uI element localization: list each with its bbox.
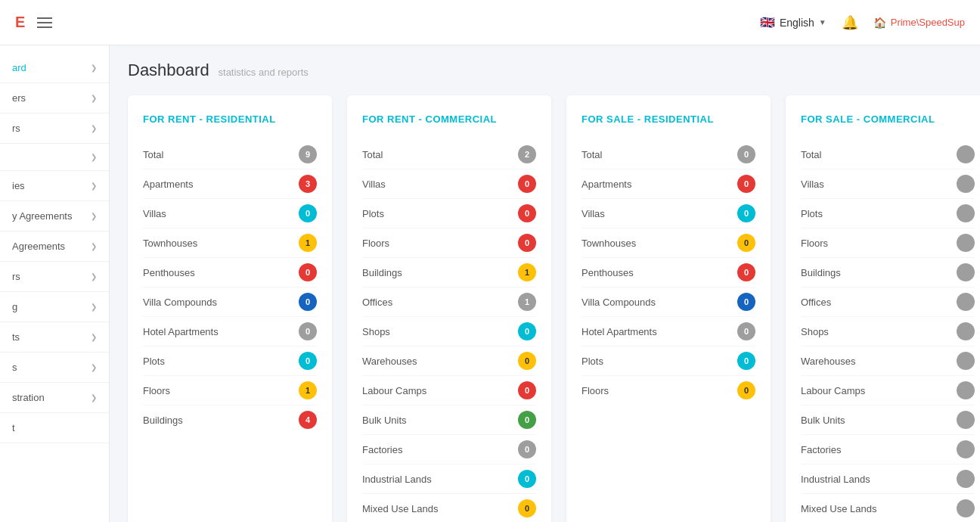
user-info[interactable]: 🏠 Prime\SpeedSup: [873, 17, 965, 29]
hamburger-menu-icon[interactable]: [37, 17, 52, 28]
table-row[interactable]: Villa Compounds0: [581, 287, 755, 317]
table-row[interactable]: Buildings4: [143, 405, 317, 434]
sidebar-item-11[interactable]: s ❯: [0, 353, 109, 383]
table-row[interactable]: Villa Compounds0: [143, 287, 317, 317]
table-row[interactable]: Floors0: [362, 228, 536, 258]
table-row[interactable]: Warehouses: [801, 346, 975, 376]
card-title-for-rent-commercial: FOR RENT - COMMERCIAL: [362, 113, 536, 125]
card-title-for-rent-residential: FOR RENT - RESIDENTIAL: [143, 113, 317, 125]
table-row[interactable]: Offices: [801, 287, 975, 317]
property-label: Buildings: [143, 415, 183, 426]
sidebar-item-6[interactable]: y Agreements ❯: [0, 201, 109, 231]
chevron-right-icon: ❯: [91, 393, 97, 402]
table-row[interactable]: Labour Camps: [801, 376, 975, 405]
table-row[interactable]: Buildings1: [362, 258, 536, 287]
table-row[interactable]: Labour Camps0: [362, 376, 536, 405]
table-row[interactable]: Villas0: [143, 199, 317, 228]
table-row[interactable]: Villas0: [362, 169, 536, 199]
sidebar-item-9[interactable]: g ❯: [0, 292, 109, 322]
property-label: Penthouses: [581, 267, 634, 278]
count-badge: 1: [518, 293, 536, 311]
count-badge: [957, 175, 975, 193]
sidebar-item-4[interactable]: ❯: [0, 144, 109, 171]
count-badge: 2: [518, 145, 536, 163]
sidebar-item-8[interactable]: rs ❯: [0, 262, 109, 292]
table-row[interactable]: Plots0: [581, 346, 755, 376]
table-row[interactable]: Villas: [801, 169, 975, 199]
property-label: Floors: [581, 385, 609, 396]
sidebar-item-12[interactable]: stration ❯: [0, 383, 109, 413]
count-badge: 9: [299, 145, 317, 163]
table-row[interactable]: Plots: [801, 199, 975, 228]
count-badge: [957, 204, 975, 222]
table-row[interactable]: Townhouses0: [581, 228, 755, 258]
user-logo-icon: 🏠: [873, 17, 886, 29]
sidebar-item-2[interactable]: ers ❯: [0, 83, 109, 113]
count-badge: 0: [737, 322, 755, 340]
property-label: Hotel Apartments: [581, 326, 657, 337]
table-row[interactable]: Plots0: [143, 346, 317, 376]
table-row[interactable]: Total2: [362, 140, 536, 169]
table-row[interactable]: Buildings: [801, 258, 975, 287]
property-label: Townhouses: [581, 238, 636, 249]
table-row[interactable]: Shops: [801, 317, 975, 346]
notification-bell-icon[interactable]: 🔔: [842, 14, 858, 31]
property-label: Total: [143, 149, 163, 160]
property-label: Apartments: [143, 179, 193, 190]
chevron-right-icon: ❯: [91, 153, 97, 161]
table-row[interactable]: Floors1: [143, 376, 317, 405]
count-badge: [957, 322, 975, 340]
count-badge: 0: [737, 293, 755, 311]
table-row[interactable]: Apartments3: [143, 169, 317, 199]
table-row[interactable]: Floors0: [581, 376, 755, 405]
sidebar-item-dashboard[interactable]: ard ❯: [0, 53, 109, 83]
table-row[interactable]: Total9: [143, 140, 317, 169]
table-row[interactable]: Townhouses1: [143, 228, 317, 258]
table-row[interactable]: Hotel Apartments0: [581, 317, 755, 346]
sidebar-item-7[interactable]: Agreements ❯: [0, 231, 109, 262]
table-row[interactable]: Mixed Use Lands0: [362, 494, 536, 522]
table-row[interactable]: Penthouses0: [143, 258, 317, 287]
table-row[interactable]: Mixed Use Lands: [801, 494, 975, 522]
card-title-for-sale-commercial: FOR SALE - COMMERCIAL: [801, 113, 975, 125]
count-badge: [957, 352, 975, 370]
property-label: Villa Compounds: [143, 297, 217, 308]
sidebar: ard ❯ ers ❯ rs ❯ ❯ ies ❯ y Agreements ❯ …: [0, 45, 110, 522]
sidebar-item-label: g: [12, 301, 17, 312]
count-badge: 0: [737, 145, 755, 163]
property-label: Floors: [801, 238, 828, 249]
table-row[interactable]: Factories: [801, 435, 975, 465]
table-row[interactable]: Hotel Apartments0: [143, 317, 317, 346]
sidebar-item-3[interactable]: rs ❯: [0, 113, 109, 144]
property-label: Villas: [362, 179, 386, 190]
property-label: Shops: [362, 326, 390, 337]
sidebar-item-13[interactable]: t: [0, 413, 109, 443]
table-row[interactable]: Industrial Lands0: [362, 465, 536, 494]
table-row[interactable]: Shops0: [362, 317, 536, 346]
count-badge: 0: [299, 293, 317, 311]
table-row[interactable]: Offices1: [362, 287, 536, 317]
table-row[interactable]: Bulk Units: [801, 405, 975, 435]
table-row[interactable]: Warehouses0: [362, 346, 536, 376]
chevron-right-icon: ❯: [91, 272, 97, 281]
main-content: Dashboard statistics and reports FOR REN…: [110, 45, 980, 522]
sidebar-item-5[interactable]: ies ❯: [0, 171, 109, 201]
username-label: Prime\SpeedSup: [891, 17, 965, 28]
table-row[interactable]: Total: [801, 140, 975, 169]
count-badge: [957, 381, 975, 399]
table-row[interactable]: Penthouses0: [581, 258, 755, 287]
count-badge: [957, 470, 975, 488]
sidebar-item-label: s: [12, 362, 17, 373]
language-selector[interactable]: 🇬🇧 English ▼: [760, 15, 826, 30]
table-row[interactable]: Villas0: [581, 199, 755, 228]
sidebar-item-10[interactable]: ts ❯: [0, 322, 109, 353]
table-row[interactable]: Bulk Units0: [362, 405, 536, 435]
sidebar-item-label: rs: [12, 271, 20, 282]
table-row[interactable]: Apartments0: [581, 169, 755, 199]
table-row[interactable]: Factories0: [362, 435, 536, 465]
table-row[interactable]: Total0: [581, 140, 755, 169]
table-row[interactable]: Industrial Lands: [801, 465, 975, 494]
sidebar-item-label: Agreements: [12, 241, 65, 252]
table-row[interactable]: Plots0: [362, 199, 536, 228]
table-row[interactable]: Floors: [801, 228, 975, 258]
